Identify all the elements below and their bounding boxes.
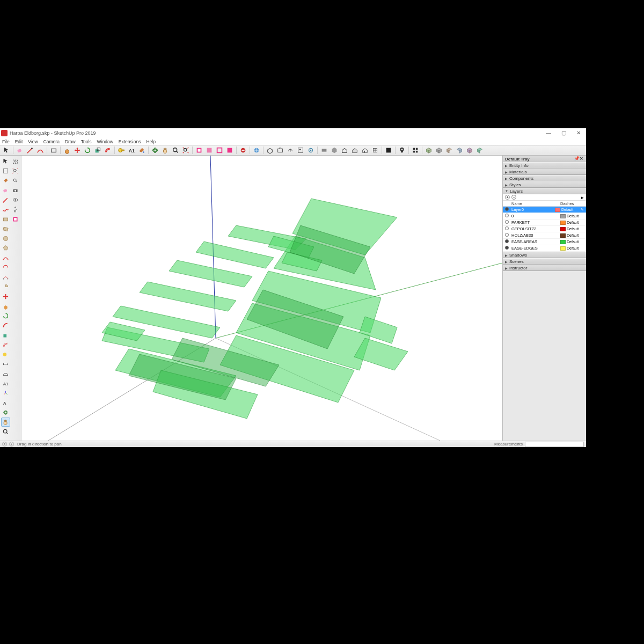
arc-tool-icon[interactable] bbox=[35, 146, 45, 155]
lt-3parc-icon[interactable] bbox=[1, 273, 10, 282]
remove-layer-button[interactable]: − bbox=[511, 195, 516, 200]
lt-arc-icon[interactable] bbox=[1, 253, 10, 262]
viewport-3d[interactable] bbox=[21, 156, 502, 441]
lt-text-icon[interactable]: A1 bbox=[1, 379, 10, 388]
panel-entity-info[interactable]: Entity Info bbox=[503, 162, 586, 169]
menu-tools[interactable]: Tools bbox=[81, 139, 92, 144]
pan-tool-icon[interactable] bbox=[160, 146, 170, 155]
lt-section-icon[interactable] bbox=[11, 215, 20, 224]
lt-zoomwin-icon[interactable] bbox=[11, 157, 20, 166]
help-hint-icon[interactable]: ? bbox=[2, 442, 7, 447]
layer-visibility-toggle[interactable] bbox=[503, 233, 510, 238]
lt-prev-icon[interactable] bbox=[11, 176, 20, 185]
layer-row[interactable]: EASE-EDGESDefault bbox=[503, 245, 586, 252]
layout-icon[interactable] bbox=[296, 146, 305, 155]
layer-visibility-toggle[interactable] bbox=[503, 214, 510, 218]
plugin-house-icon[interactable] bbox=[340, 146, 349, 155]
panel-instructor[interactable]: Instructor bbox=[503, 265, 586, 271]
menu-help[interactable]: Help bbox=[146, 139, 155, 144]
lt-select-icon[interactable] bbox=[1, 157, 10, 166]
lt-look-icon[interactable] bbox=[11, 195, 20, 204]
layer-row[interactable]: Layer0Default✎ bbox=[503, 207, 586, 213]
lt-polygon-icon[interactable] bbox=[1, 244, 10, 253]
lt-component-icon[interactable] bbox=[1, 166, 10, 175]
lt-rotate-icon[interactable] bbox=[1, 311, 10, 320]
lt-circle-icon[interactable] bbox=[1, 234, 10, 243]
plugin-a-icon[interactable] bbox=[319, 146, 329, 155]
extension-manager-icon[interactable] bbox=[306, 146, 316, 155]
box-c-icon[interactable] bbox=[444, 146, 454, 155]
lt-zoomext-icon[interactable] bbox=[11, 166, 20, 175]
3d-warehouse-icon[interactable] bbox=[265, 146, 275, 155]
panel-shadows[interactable]: Shadows bbox=[503, 252, 586, 258]
box-b-icon[interactable] bbox=[434, 146, 444, 155]
lt-pan-icon[interactable] bbox=[1, 418, 10, 427]
upload-icon[interactable] bbox=[286, 146, 295, 155]
layer-color-swatch[interactable] bbox=[555, 208, 560, 212]
plugin-dark-icon[interactable] bbox=[384, 146, 393, 155]
tray-titlebar[interactable]: Default Tray 📌 ✕ bbox=[503, 156, 586, 162]
minimize-button[interactable]: — bbox=[541, 128, 556, 138]
scale-tool-icon[interactable] bbox=[93, 146, 103, 155]
layer-edit-icon[interactable]: ✎ bbox=[581, 208, 586, 212]
menu-camera[interactable]: Camera bbox=[43, 139, 60, 144]
box-a-icon[interactable] bbox=[424, 146, 434, 155]
map-pin-icon[interactable] bbox=[397, 146, 407, 155]
layer-row[interactable]: PARKETTDefault bbox=[503, 219, 586, 226]
lt-paint-icon[interactable] bbox=[1, 176, 10, 185]
lt-walk-icon[interactable] bbox=[11, 205, 20, 214]
grid-icon[interactable] bbox=[411, 146, 420, 155]
layer-row[interactable]: EASE-AREASDefault bbox=[503, 239, 586, 245]
layer-color-swatch[interactable] bbox=[560, 240, 566, 244]
select-tool-icon[interactable] bbox=[2, 146, 11, 155]
layer-color-swatch[interactable] bbox=[560, 214, 566, 218]
lt-zoom-icon[interactable] bbox=[1, 427, 10, 436]
box-e-icon[interactable] bbox=[465, 146, 474, 155]
lt-2parc-icon[interactable] bbox=[1, 263, 10, 272]
lt-offset-icon[interactable] bbox=[1, 340, 10, 349]
section-display-icon[interactable] bbox=[204, 146, 214, 155]
zoom-tool-icon[interactable] bbox=[171, 146, 180, 155]
line-tool-icon[interactable] bbox=[25, 146, 35, 155]
menu-draw[interactable]: Draw bbox=[65, 139, 76, 144]
orbit-tool-icon[interactable] bbox=[150, 146, 160, 155]
lt-protractor-icon[interactable] bbox=[1, 369, 10, 378]
text-tool-icon[interactable]: A1 bbox=[127, 146, 136, 155]
panel-styles[interactable]: Styles bbox=[503, 181, 586, 188]
panel-materials[interactable]: Materials bbox=[503, 169, 586, 175]
lt-3dtext-icon[interactable]: A bbox=[1, 398, 10, 407]
rectangle-tool-icon[interactable] bbox=[49, 146, 58, 155]
lt-followme-icon[interactable] bbox=[1, 321, 10, 330]
lt-pie-icon[interactable] bbox=[1, 282, 10, 291]
section-plane-icon[interactable] bbox=[194, 146, 204, 155]
offset-tool-icon[interactable] bbox=[103, 146, 113, 155]
geo-location-icon[interactable] bbox=[252, 146, 261, 155]
lt-orbit-icon[interactable] bbox=[1, 408, 10, 417]
menu-extensions[interactable]: Extensions bbox=[119, 139, 141, 144]
plugin-window-icon[interactable] bbox=[370, 146, 380, 155]
plugin-house3-icon[interactable] bbox=[360, 146, 370, 155]
lt-camera-icon[interactable] bbox=[11, 186, 20, 195]
lt-move-icon[interactable] bbox=[1, 292, 10, 301]
layer-color-swatch[interactable] bbox=[560, 246, 566, 251]
move-tool-icon[interactable] bbox=[72, 146, 82, 155]
lt-line-icon[interactable] bbox=[1, 195, 10, 204]
layer-visibility-toggle[interactable] bbox=[503, 239, 510, 244]
lt-eraser-icon[interactable] bbox=[1, 186, 10, 195]
panel-components[interactable]: Components bbox=[503, 175, 586, 181]
box-f-icon[interactable] bbox=[475, 146, 485, 155]
layer-visibility-toggle[interactable] bbox=[503, 220, 510, 225]
menu-file[interactable]: File bbox=[2, 139, 10, 144]
layer-color-swatch[interactable] bbox=[560, 227, 566, 231]
measurements-input[interactable] bbox=[525, 442, 584, 447]
lt-freehand-icon[interactable] bbox=[1, 205, 10, 214]
panel-scenes[interactable]: Scenes bbox=[503, 258, 586, 265]
plugin-b-icon[interactable] bbox=[330, 146, 339, 155]
layer-color-swatch[interactable] bbox=[560, 233, 566, 238]
paint-bucket-icon[interactable] bbox=[137, 146, 147, 155]
layer-visibility-toggle[interactable] bbox=[503, 226, 510, 231]
lt-tape-icon[interactable] bbox=[1, 350, 10, 359]
menu-view[interactable]: View bbox=[28, 139, 38, 144]
tape-measure-icon[interactable] bbox=[116, 146, 126, 155]
extension-warehouse-icon[interactable] bbox=[275, 146, 285, 155]
